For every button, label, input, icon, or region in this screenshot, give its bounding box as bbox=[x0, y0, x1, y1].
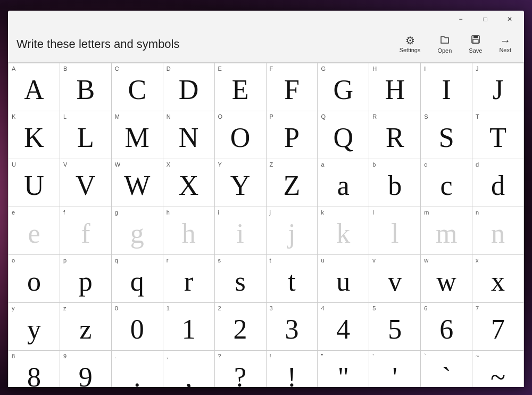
table-row[interactable]: FF bbox=[267, 63, 318, 111]
cell-character: y bbox=[27, 316, 41, 343]
table-row[interactable]: tt bbox=[267, 255, 318, 303]
table-row[interactable]: ww bbox=[421, 255, 472, 303]
cell-character: v bbox=[388, 268, 402, 295]
title-bar: − □ ✕ bbox=[8, 11, 524, 28]
table-row[interactable]: YY bbox=[215, 159, 267, 207]
table-row[interactable]: EE bbox=[215, 63, 267, 111]
table-row[interactable]: SS bbox=[421, 111, 472, 159]
table-row[interactable]: DD bbox=[163, 63, 215, 111]
table-row[interactable]: yy bbox=[9, 303, 60, 351]
table-row[interactable]: ii bbox=[215, 207, 267, 255]
table-row[interactable]: rr bbox=[163, 255, 215, 303]
next-button[interactable]: → Next bbox=[495, 33, 516, 55]
table-row[interactable]: RR bbox=[369, 111, 421, 159]
table-row[interactable]: ZZ bbox=[267, 159, 318, 207]
cell-character: r bbox=[184, 268, 193, 295]
table-row[interactable]: AA bbox=[9, 63, 60, 111]
table-row[interactable]: LL bbox=[60, 111, 112, 159]
close-button[interactable]: ✕ bbox=[497, 11, 522, 28]
table-row[interactable]: hh bbox=[163, 207, 215, 255]
table-row[interactable]: uu bbox=[318, 255, 369, 303]
table-row[interactable]: .. bbox=[112, 351, 163, 387]
table-row[interactable]: jj bbox=[267, 207, 318, 255]
table-row[interactable]: vv bbox=[369, 255, 421, 303]
table-row[interactable]: VV bbox=[60, 159, 112, 207]
minimize-button[interactable]: − bbox=[448, 11, 473, 28]
cell-label: A bbox=[12, 65, 15, 72]
table-row[interactable]: '' bbox=[369, 351, 421, 387]
table-row[interactable]: 99 bbox=[60, 351, 112, 387]
table-row[interactable]: HH bbox=[369, 63, 421, 111]
save-icon bbox=[470, 34, 481, 46]
table-row[interactable]: OO bbox=[215, 111, 267, 159]
cell-character: H bbox=[385, 76, 405, 104]
cell-character: ? bbox=[234, 364, 246, 388]
cell-label: z bbox=[63, 305, 66, 311]
table-row[interactable]: ee bbox=[9, 207, 60, 255]
table-row[interactable]: 33 bbox=[267, 303, 318, 351]
table-row[interactable]: KK bbox=[9, 111, 60, 159]
table-row[interactable]: MM bbox=[112, 111, 163, 159]
table-row[interactable]: cc bbox=[421, 159, 472, 207]
table-row[interactable]: 88 bbox=[9, 351, 60, 387]
table-row[interactable]: 44 bbox=[318, 303, 369, 351]
table-row[interactable]: gg bbox=[112, 207, 163, 255]
cell-character: n bbox=[491, 220, 505, 248]
table-row[interactable]: 11 bbox=[163, 303, 215, 351]
table-row[interactable]: UU bbox=[9, 159, 60, 207]
table-row[interactable]: mm bbox=[421, 207, 472, 255]
table-row[interactable]: ~~ bbox=[472, 351, 524, 387]
cell-label: g bbox=[115, 209, 118, 216]
table-row[interactable]: ff bbox=[60, 207, 112, 255]
settings-button[interactable]: ⚙ Settings bbox=[395, 33, 425, 55]
table-row[interactable]: oo bbox=[9, 255, 60, 303]
table-row[interactable]: "" bbox=[318, 351, 369, 387]
table-row[interactable]: 00 bbox=[112, 303, 163, 351]
table-row[interactable]: 22 bbox=[215, 303, 267, 351]
table-row[interactable]: qq bbox=[112, 255, 163, 303]
table-row[interactable]: WW bbox=[112, 159, 163, 207]
table-row[interactable]: ,, bbox=[163, 351, 215, 387]
cell-character: U bbox=[24, 172, 44, 200]
table-row[interactable]: QQ bbox=[318, 111, 369, 159]
table-row[interactable]: xx bbox=[472, 255, 524, 303]
table-row[interactable]: nn bbox=[472, 207, 524, 255]
table-row[interactable]: pp bbox=[60, 255, 112, 303]
cell-label: I bbox=[424, 65, 426, 72]
table-row[interactable]: II bbox=[421, 63, 472, 111]
settings-icon: ⚙ bbox=[405, 35, 415, 46]
table-row[interactable]: 66 bbox=[421, 303, 472, 351]
table-row[interactable]: 77 bbox=[472, 303, 524, 351]
character-grid-container[interactable]: AABBCCDDEEFFGGHHIIJJKKLLMMNNOOPPQQRRSSTT… bbox=[8, 62, 524, 387]
save-button[interactable]: Save bbox=[464, 32, 486, 56]
table-row[interactable]: BB bbox=[60, 63, 112, 111]
table-row[interactable]: NN bbox=[163, 111, 215, 159]
cell-label: F bbox=[270, 65, 273, 72]
table-row[interactable]: GG bbox=[318, 63, 369, 111]
table-row[interactable]: PP bbox=[267, 111, 318, 159]
table-row[interactable]: ss bbox=[215, 255, 267, 303]
table-row[interactable]: bb bbox=[369, 159, 421, 207]
table-row[interactable]: aa bbox=[318, 159, 369, 207]
table-row[interactable]: kk bbox=[318, 207, 369, 255]
table-row[interactable]: XX bbox=[163, 159, 215, 207]
cell-label: C bbox=[115, 65, 119, 72]
table-row[interactable]: zz bbox=[60, 303, 112, 351]
open-button[interactable]: Open bbox=[433, 32, 456, 56]
table-row[interactable]: CC bbox=[112, 63, 163, 111]
table-row[interactable]: ll bbox=[369, 207, 421, 255]
maximize-button[interactable]: □ bbox=[473, 11, 497, 28]
cell-label: K bbox=[12, 113, 15, 120]
cell-character: 8 bbox=[27, 364, 41, 388]
table-row[interactable]: !! bbox=[267, 351, 318, 387]
cell-character: b bbox=[388, 172, 402, 200]
table-row[interactable]: 55 bbox=[369, 303, 421, 351]
table-row[interactable]: ?? bbox=[215, 351, 267, 387]
cell-label: ! bbox=[270, 353, 271, 359]
table-row[interactable]: `` bbox=[421, 351, 472, 387]
table-row[interactable]: JJ bbox=[472, 63, 524, 111]
cell-label: k bbox=[321, 209, 324, 216]
cell-character: K bbox=[24, 124, 44, 152]
table-row[interactable]: TT bbox=[472, 111, 524, 159]
table-row[interactable]: dd bbox=[472, 159, 524, 207]
